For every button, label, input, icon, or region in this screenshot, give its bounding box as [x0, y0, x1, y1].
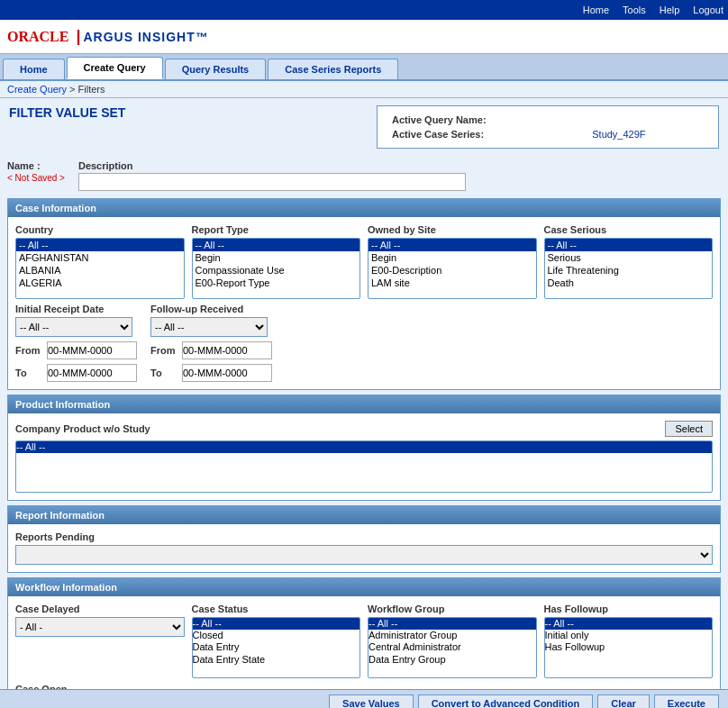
followup-received-select[interactable]: -- All --: [150, 317, 268, 337]
product-information-section: Product Information Company Product w/o …: [7, 395, 721, 501]
initial-receipt-to-label: To: [15, 368, 42, 378]
initial-receipt-date-select[interactable]: -- All --: [15, 317, 132, 337]
workflow-group-label: Workflow Group: [368, 604, 537, 614]
breadcrumb-link[interactable]: Create Query: [7, 84, 67, 95]
description-input[interactable]: [78, 173, 466, 191]
report-type-listbox[interactable]: -- All -- Begin Compassionate Use E00-Re…: [192, 238, 361, 299]
workflow-information-body: Case Delayed - All - Case Status -- All …: [8, 596, 720, 689]
followup-received-label: Follow-up Received: [150, 304, 272, 314]
workflow-group-col: Workflow Group -- All -- Administrator G…: [368, 604, 537, 678]
case-information-header: Case Information: [8, 199, 720, 217]
has-followup-listbox[interactable]: -- All -- Initial only Has Followup: [544, 617, 714, 678]
owned-by-site-listbox[interactable]: -- All -- Begin E00-Description LAM site: [368, 238, 537, 299]
active-query-name-value: [588, 113, 707, 126]
case-delayed-select[interactable]: - All -: [15, 617, 185, 637]
initial-receipt-from-label: From: [15, 345, 42, 356]
case-serious-label: Case Serious: [544, 224, 714, 235]
breadcrumb-separator: >: [69, 84, 77, 95]
report-type-label: Report Type: [192, 224, 361, 235]
nav-tools[interactable]: Tools: [623, 5, 646, 15]
top-navigation: Home Tools Help Logout: [0, 0, 728, 20]
main-content: Name : < Not Saved > Description Case In…: [0, 156, 728, 689]
select-button[interactable]: Select: [665, 421, 713, 437]
name-field-group: Name : < Not Saved >: [7, 160, 65, 183]
followup-to-label: To: [150, 368, 177, 378]
page-title: FILTER VALUE SET: [9, 105, 368, 120]
tab-case-series-reports[interactable]: Case Series Reports: [268, 59, 398, 79]
nav-logout[interactable]: Logout: [693, 5, 723, 15]
company-product-label: Company Product w/o Study: [15, 423, 150, 434]
country-label: Country: [15, 224, 185, 235]
workflow-information-header: Workflow Information: [8, 578, 720, 596]
has-followup-label: Has Followup: [544, 604, 714, 614]
followup-to-row: To: [150, 364, 272, 382]
active-case-series-value: Study_429F: [588, 128, 707, 141]
initial-receipt-from-input[interactable]: [47, 341, 137, 359]
oracle-logo: ORACLE: [7, 29, 68, 45]
action-bar: Save Values Convert to Advanced Conditio…: [0, 689, 728, 708]
report-information-header: Report Information: [8, 506, 720, 524]
breadcrumb-current: Filters: [78, 84, 105, 95]
initial-receipt-to-row: To: [15, 364, 137, 382]
workflow-information-section: Workflow Information Case Delayed - All …: [7, 577, 721, 689]
page-title-area: FILTER VALUE SET Active Query Name: Acti…: [0, 98, 728, 156]
followup-from-input[interactable]: [182, 341, 272, 359]
has-followup-col: Has Followup -- All -- Initial only Has …: [544, 604, 714, 678]
app-header: ORACLE | ARGUS INSIGHT™: [0, 20, 728, 54]
tab-bar: Home Create Query Query Results Case Ser…: [0, 54, 728, 81]
case-delayed-label: Case Delayed: [15, 604, 185, 614]
case-status-col: Case Status -- All -- Closed Data Entry …: [192, 604, 361, 678]
followup-to-input[interactable]: [182, 364, 272, 382]
initial-receipt-date-group: Initial Receipt Date -- All -- From To: [15, 304, 137, 382]
owned-by-site-label: Owned by Site: [368, 224, 537, 235]
active-query-box: Active Query Name: Active Case Series: S…: [377, 105, 719, 149]
case-serious-listbox[interactable]: -- All -- Serious Life Threatening Death: [544, 238, 714, 299]
description-label: Description: [78, 160, 466, 171]
case-status-label: Case Status: [192, 604, 361, 614]
nav-help[interactable]: Help: [660, 5, 680, 15]
followup-received-group: Follow-up Received -- All -- From To: [150, 304, 272, 382]
country-listbox[interactable]: -- All -- AFGHANISTAN ALBANIA ALGERIA: [15, 238, 185, 299]
owned-by-site-col: Owned by Site -- All -- Begin E00-Descri…: [368, 224, 537, 299]
reports-pending-label: Reports Pending: [15, 531, 713, 542]
followup-from-row: From: [150, 341, 272, 359]
product-listbox[interactable]: -- All --: [15, 440, 713, 493]
product-information-header: Product Information: [8, 395, 720, 413]
argus-logo: ARGUS INSIGHT™: [84, 30, 209, 44]
tab-query-results[interactable]: Query Results: [165, 59, 267, 79]
date-row: Initial Receipt Date -- All -- From To: [15, 304, 713, 382]
report-type-col: Report Type -- All -- Begin Compassionat…: [192, 224, 361, 299]
initial-receipt-to-input[interactable]: [47, 364, 137, 382]
initial-receipt-from-row: From: [15, 341, 137, 359]
reports-pending-select[interactable]: [15, 545, 713, 565]
initial-receipt-date-label: Initial Receipt Date: [15, 304, 137, 314]
pipe-divider: |: [76, 27, 80, 46]
active-query-name-label: Active Query Name:: [388, 113, 587, 126]
tab-create-query[interactable]: Create Query: [67, 57, 163, 79]
case-info-grid: Country -- All -- AFGHANISTAN ALBANIA AL…: [15, 224, 713, 299]
report-information-body: Reports Pending: [8, 524, 720, 572]
followup-from-label: From: [150, 345, 177, 356]
workflow-grid-top: Case Delayed - All - Case Status -- All …: [15, 604, 713, 678]
case-serious-col: Case Serious -- All -- Serious Life Thre…: [544, 224, 714, 299]
workflow-group-listbox[interactable]: -- All -- Administrator Group Central Ad…: [368, 617, 537, 678]
clear-button[interactable]: Clear: [597, 694, 650, 708]
tab-home[interactable]: Home: [3, 59, 65, 79]
save-values-button[interactable]: Save Values: [329, 694, 414, 708]
active-case-series-label: Active Case Series:: [388, 128, 587, 141]
convert-to-advanced-button[interactable]: Convert to Advanced Condition: [418, 694, 594, 708]
name-label: Name :: [7, 160, 65, 171]
nav-home[interactable]: Home: [583, 5, 609, 15]
name-desc-row: Name : < Not Saved > Description: [7, 160, 721, 191]
execute-button[interactable]: Execute: [654, 694, 719, 708]
breadcrumb: Create Query > Filters: [0, 81, 728, 98]
product-information-body: Company Product w/o Study Select -- All …: [8, 413, 720, 500]
report-information-section: Report Information Reports Pending: [7, 505, 721, 573]
country-col: Country -- All -- AFGHANISTAN ALBANIA AL…: [15, 224, 185, 299]
case-status-listbox[interactable]: -- All -- Closed Data Entry Data Entry S…: [192, 617, 361, 678]
case-information-section: Case Information Country -- All -- AFGHA…: [7, 198, 721, 390]
case-information-body: Country -- All -- AFGHANISTAN ALBANIA AL…: [8, 217, 720, 389]
product-header-row: Company Product w/o Study Select: [15, 421, 713, 437]
name-sub-label: < Not Saved >: [7, 173, 65, 183]
description-field-group: Description: [78, 160, 466, 191]
